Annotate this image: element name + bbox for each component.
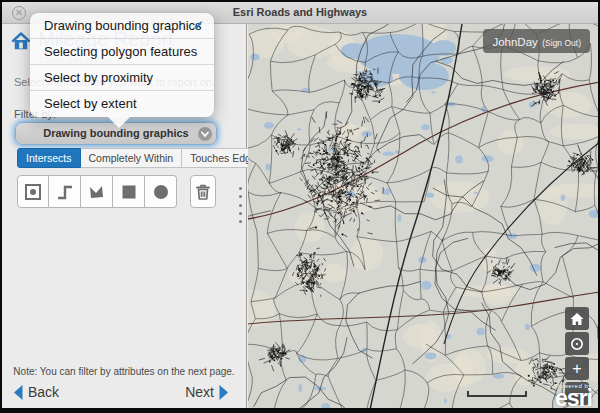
next-label: Next bbox=[185, 384, 214, 400]
line-tool-button[interactable] bbox=[49, 175, 81, 208]
esri-logo: Powered by esri bbox=[555, 383, 592, 407]
note-text: Note: You can filter by attributes on th… bbox=[2, 366, 246, 377]
trash-icon bbox=[193, 182, 213, 202]
user-badge[interactable]: JohnDay (Sign Out) bbox=[483, 29, 590, 53]
rectangle-icon bbox=[119, 182, 139, 202]
next-button[interactable]: Next bbox=[185, 380, 230, 404]
circle-tool-button[interactable] bbox=[145, 175, 177, 208]
back-label: Back bbox=[28, 384, 59, 400]
popover-arrow bbox=[107, 116, 131, 128]
selection-method-value: Drawing bounding graphics bbox=[43, 127, 188, 139]
line-icon bbox=[55, 182, 75, 202]
home-icon[interactable] bbox=[10, 30, 32, 56]
spatial-relation-tabs: Intersects Completely Within Touches Edg… bbox=[17, 148, 216, 168]
sign-out-link[interactable]: (Sign Out) bbox=[542, 38, 581, 48]
map-canvas[interactable]: JohnDay (Sign Out) + − bbox=[248, 24, 598, 408]
locate-icon bbox=[569, 336, 585, 352]
menu-item-select-by-extent[interactable]: Select by extent bbox=[30, 91, 214, 117]
selection-method-menu: Drawing bounding graphics ✓ Selecting po… bbox=[30, 13, 214, 117]
point-select-icon bbox=[23, 182, 43, 202]
menu-item-drawing-bounding-graphics[interactable]: Drawing bounding graphics ✓ bbox=[30, 13, 214, 39]
chevron-down-icon bbox=[198, 127, 212, 141]
map-home-button[interactable] bbox=[565, 307, 589, 330]
back-button[interactable]: Back bbox=[12, 380, 59, 404]
chevron-left-icon bbox=[12, 384, 24, 401]
chevron-right-icon bbox=[218, 384, 230, 401]
circle-icon bbox=[151, 182, 171, 202]
point-select-tool-button[interactable] bbox=[17, 175, 49, 208]
scale-bar bbox=[467, 391, 527, 397]
draw-toolbar bbox=[17, 175, 216, 208]
zoom-in-button[interactable]: + bbox=[565, 357, 589, 380]
menu-item-select-by-proximity[interactable]: Select by proximity bbox=[30, 65, 214, 91]
panel-resize-handle[interactable] bbox=[236, 187, 244, 223]
tab-intersects[interactable]: Intersects bbox=[17, 148, 81, 168]
user-name: JohnDay bbox=[492, 36, 537, 48]
locate-button[interactable] bbox=[565, 332, 589, 355]
tab-completely-within[interactable]: Completely Within bbox=[81, 148, 183, 168]
app-window: ✕ Esri Roads and Highways Mileage Report… bbox=[0, 0, 600, 413]
home-extent-icon bbox=[569, 311, 585, 327]
polygon-icon bbox=[87, 182, 107, 202]
rectangle-tool-button[interactable] bbox=[113, 175, 145, 208]
polygon-tool-button[interactable] bbox=[81, 175, 113, 208]
clear-graphics-button[interactable] bbox=[190, 175, 216, 208]
menu-item-selecting-polygon-features[interactable]: Selecting polygon features bbox=[30, 39, 214, 65]
esri-brand: esri bbox=[555, 389, 592, 407]
check-icon: ✓ bbox=[193, 13, 204, 39]
